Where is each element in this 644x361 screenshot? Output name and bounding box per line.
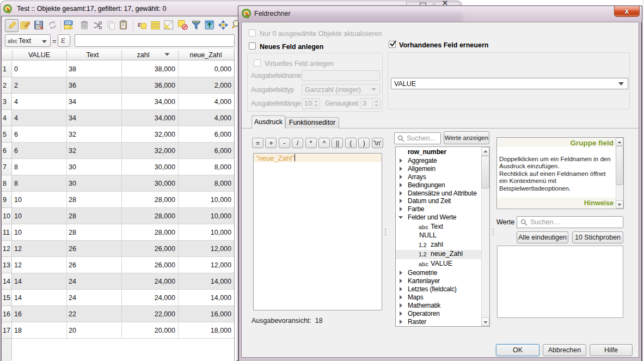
svg-text:ε: ε bbox=[138, 20, 141, 28]
